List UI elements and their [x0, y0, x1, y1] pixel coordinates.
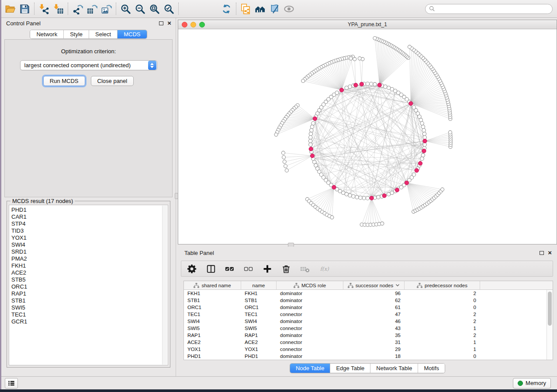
- close-panel-button[interactable]: Close panel: [91, 76, 134, 86]
- network-node[interactable]: [412, 173, 415, 176]
- optimization-criterion-select[interactable]: largest connected component (undirected): [20, 60, 157, 70]
- network-node[interactable]: [423, 136, 426, 139]
- cell-name[interactable]: PHD1: [241, 353, 277, 360]
- network-node[interactable]: [387, 86, 391, 89]
- table-scrollbar-thumb[interactable]: [548, 292, 552, 326]
- network-node[interactable]: [362, 196, 366, 200]
- zoom-selected-button[interactable]: [162, 2, 176, 16]
- save-session-button[interactable]: [17, 2, 32, 16]
- add-button[interactable]: [261, 262, 274, 275]
- column-layout-button[interactable]: [204, 262, 218, 275]
- network-leaf-node[interactable]: [408, 45, 411, 48]
- cell-predecessor-nodes[interactable]: 0: [405, 297, 480, 304]
- network-leaf-node[interactable]: [284, 164, 287, 168]
- cell-predecessor-nodes[interactable]: 2: [405, 332, 480, 339]
- style-editor-button[interactable]: [267, 2, 282, 16]
- cell-successor-nodes[interactable]: 35: [343, 332, 405, 339]
- network-node[interactable]: [420, 121, 424, 125]
- cell-predecessor-nodes[interactable]: 2: [405, 318, 480, 325]
- mcds-result-node[interactable]: ORC1: [11, 283, 168, 290]
- network-node[interactable]: [309, 132, 312, 135]
- mcds-hub-node[interactable]: [422, 149, 426, 153]
- network-node[interactable]: [359, 196, 362, 199]
- network-leaf-node[interactable]: [330, 216, 334, 219]
- network-leaf-node[interactable]: [301, 79, 305, 83]
- tab-motifs[interactable]: Motifs: [418, 364, 445, 373]
- refresh-button[interactable]: [219, 2, 234, 16]
- column-header-MCDS-role[interactable]: MCDS role: [277, 281, 343, 289]
- export-network-button[interactable]: [70, 2, 85, 16]
- table-row[interactable]: TEC1TEC1connector472: [184, 311, 547, 318]
- deselect-all-checks-button[interactable]: [242, 262, 255, 275]
- mcds-hub-node[interactable]: [418, 162, 422, 165]
- cell-shared-name[interactable]: PHD1: [184, 353, 241, 360]
- mcds-result-node[interactable]: STB5: [11, 276, 168, 283]
- network-node[interactable]: [423, 143, 426, 146]
- show-all-networks-button[interactable]: [253, 2, 267, 16]
- network-leaf-node[interactable]: [285, 168, 288, 172]
- network-node[interactable]: [421, 125, 425, 128]
- tab-mcds[interactable]: MCDS: [118, 30, 146, 38]
- cell-MCDS-role[interactable]: connector: [277, 346, 343, 353]
- mcds-result-node[interactable]: GCR1: [11, 318, 168, 325]
- mcds-hub-node[interactable]: [332, 185, 336, 189]
- cell-MCDS-role[interactable]: dominator: [277, 297, 343, 304]
- network-node[interactable]: [310, 125, 314, 128]
- table-row[interactable]: FKH1FKH1dominator962: [184, 290, 547, 297]
- network-node[interactable]: [366, 82, 369, 86]
- mcds-result-node[interactable]: STP4: [11, 220, 168, 227]
- table-row[interactable]: SWI4SWI4dominator462: [184, 318, 547, 325]
- cell-shared-name[interactable]: ACE2: [184, 339, 241, 346]
- network-canvas[interactable]: [178, 29, 557, 244]
- cell-predecessor-nodes[interactable]: 1: [405, 346, 480, 353]
- gear-button[interactable]: [186, 262, 199, 275]
- cell-shared-name[interactable]: ORC1: [184, 304, 241, 311]
- mcds-hub-node[interactable]: [382, 194, 386, 198]
- close-table-panel-icon[interactable]: ×: [548, 251, 552, 255]
- mcds-hub-node[interactable]: [310, 154, 314, 158]
- cell-name[interactable]: YOX1: [241, 346, 277, 353]
- cell-name[interactable]: STB1: [241, 297, 277, 304]
- tab-edge-table[interactable]: Edge Table: [330, 364, 370, 373]
- mcds-result-node[interactable]: STB1: [11, 297, 168, 304]
- table-row[interactable]: PHD1PHD1dominator180: [184, 353, 547, 360]
- cell-successor-nodes[interactable]: 62: [343, 297, 405, 304]
- cell-MCDS-role[interactable]: dominator: [277, 332, 343, 339]
- table-scrollbar[interactable]: [547, 290, 553, 360]
- network-node[interactable]: [384, 85, 387, 88]
- mcds-hub-node[interactable]: [423, 139, 427, 143]
- trash-button[interactable]: [280, 262, 293, 275]
- network-node[interactable]: [422, 132, 426, 135]
- network-leaf-node[interactable]: [274, 133, 278, 136]
- cell-successor-nodes[interactable]: 18: [343, 353, 405, 360]
- cell-shared-name[interactable]: SWI5: [184, 325, 241, 332]
- cell-predecessor-nodes[interactable]: 2: [405, 311, 480, 318]
- cell-shared-name[interactable]: SWI4: [184, 318, 241, 325]
- column-header-successor-nodes[interactable]: successor nodes: [343, 281, 405, 289]
- automation-panel-button[interactable]: [5, 378, 18, 389]
- mcds-result-node[interactable]: SWI5: [11, 304, 168, 311]
- cell-predecessor-nodes[interactable]: 0: [405, 304, 480, 311]
- cell-MCDS-role[interactable]: connector: [277, 339, 343, 346]
- network-leaf-node[interactable]: [349, 57, 353, 60]
- mcds-hub-node[interactable]: [395, 188, 399, 192]
- network-leaf-node[interactable]: [358, 57, 361, 60]
- tab-select[interactable]: Select: [89, 30, 118, 38]
- cell-name[interactable]: TEC1: [241, 311, 277, 318]
- close-panel-icon[interactable]: ×: [167, 21, 171, 25]
- cell-shared-name[interactable]: STB1: [184, 297, 241, 304]
- cell-name[interactable]: FKH1: [241, 290, 277, 297]
- tab-node-table[interactable]: Node Table: [290, 364, 331, 373]
- network-node[interactable]: [308, 139, 312, 143]
- network-leaf-node[interactable]: [448, 131, 452, 134]
- cell-name[interactable]: SWI5: [241, 325, 277, 332]
- table-row[interactable]: RAP1RAP1dominator352: [184, 332, 547, 339]
- mcds-result-node[interactable]: CAR1: [11, 213, 168, 220]
- cell-MCDS-role[interactable]: dominator: [277, 353, 343, 360]
- cell-successor-nodes[interactable]: 47: [343, 311, 405, 318]
- cell-successor-nodes[interactable]: 43: [343, 325, 405, 332]
- network-node[interactable]: [421, 153, 425, 157]
- cell-MCDS-role[interactable]: dominator: [277, 318, 343, 325]
- mcds-hub-node[interactable]: [339, 88, 343, 92]
- network-node[interactable]: [373, 83, 377, 86]
